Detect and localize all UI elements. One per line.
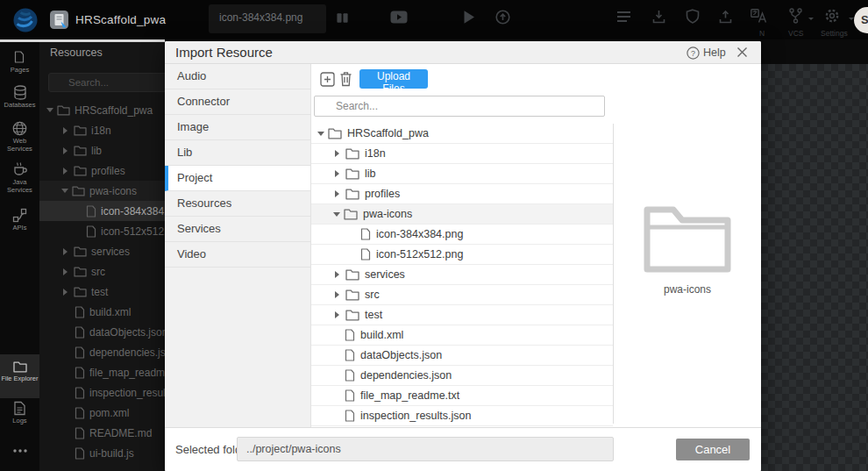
vcs-chevron-down-icon[interactable] [808, 18, 814, 23]
logs-icon [13, 401, 26, 416]
tree-item-label: HRScaffold_pwa [347, 127, 429, 139]
sidebar-item-web-services[interactable]: Web Services [0, 121, 39, 153]
caret-down-icon [317, 132, 324, 139]
folder-icon [345, 168, 359, 180]
caret-right-icon [335, 311, 343, 318]
tree-item-label: profiles [365, 188, 400, 200]
selection-preview: pwa-icons [614, 124, 761, 424]
publish-upload-icon[interactable] [495, 10, 510, 25]
nav-item-resources[interactable]: Resources [165, 191, 310, 217]
sidebar-item-label: Java Services [0, 179, 39, 194]
media-preview-icon[interactable] [390, 11, 408, 24]
sidebar-item-more[interactable] [0, 448, 39, 455]
tree-item[interactable]: profiles [311, 184, 613, 204]
nav-item-video[interactable]: Video [165, 242, 310, 268]
tree-item-label: src [365, 289, 380, 301]
sidebar-item-logs[interactable]: Logs [0, 401, 39, 425]
add-folder-icon[interactable] [320, 72, 335, 87]
folder-icon [345, 147, 359, 160]
delete-trash-icon[interactable] [339, 71, 352, 87]
file-icon [75, 346, 85, 359]
panel-layout-icon[interactable] [336, 11, 349, 25]
dialog-nav: Audio Connector Image Lib Project Resour… [165, 64, 311, 427]
tree-item[interactable]: build.xml [311, 325, 613, 346]
vcs-label[interactable]: VCS [788, 29, 803, 38]
tree-item[interactable]: services [311, 265, 613, 285]
import-icon[interactable] [652, 10, 665, 24]
tree-item-label: dataObjects.json [89, 326, 167, 339]
nav-item-image[interactable]: Image [165, 115, 310, 140]
upload-files-button[interactable]: Upload Files [359, 69, 428, 89]
tree-item[interactable]: i18n [311, 144, 613, 164]
tree-item-label: lib [91, 145, 102, 157]
pages-icon [13, 50, 26, 65]
settings-label[interactable]: Settings [821, 29, 848, 38]
translate-icon[interactable] [751, 9, 767, 24]
cancel-button[interactable]: Cancel [676, 439, 750, 460]
shield-icon[interactable] [686, 9, 700, 24]
editor-tab-label: icon-384x384.png [219, 11, 302, 24]
file-icon [345, 349, 355, 361]
caret-down-icon [333, 212, 340, 220]
caret-right-icon [335, 170, 343, 177]
tree-item[interactable]: HRScaffold_pwa [311, 124, 613, 144]
tree-item[interactable]: dataObjects.json [311, 346, 613, 366]
nav-item-project[interactable]: Project [165, 166, 310, 191]
tree-item-selected[interactable]: pwa-icons [311, 204, 613, 225]
tree-item[interactable]: lib [311, 164, 613, 184]
nav-item-services[interactable]: Services [165, 217, 310, 242]
caret-right-icon [335, 150, 343, 157]
tree-item-label: test [365, 309, 382, 321]
vcs-branch-icon[interactable] [788, 8, 803, 24]
tree-item[interactable]: inspection_results.json [311, 406, 613, 426]
help-label[interactable]: Help [703, 46, 726, 59]
tree-item[interactable]: icon-512x512.png [311, 245, 613, 265]
dialog-header: Import Resource ? Help [165, 41, 761, 64]
tree-item[interactable]: src [311, 285, 613, 305]
tree-item[interactable]: file_map_readme.txt [311, 386, 613, 406]
avatar[interactable]: S [854, 7, 868, 33]
tree-item-label: pwa-icons [363, 208, 412, 220]
file-icon [360, 228, 371, 240]
app-icon [49, 10, 69, 30]
globe-icon [12, 121, 27, 136]
folder-icon [345, 289, 359, 301]
tree-item[interactable]: dependencies.json [311, 366, 613, 386]
help-icon[interactable]: ? [687, 46, 700, 60]
tree-item-label: icon-384x384.png [376, 228, 463, 240]
left-rail: Pages Databases Web Services Java Servic… [0, 39, 39, 471]
file-icon [75, 326, 85, 339]
sidebar-item-java-services[interactable]: Java Services [0, 161, 39, 194]
tree-item-label: inspection_results.json [360, 410, 471, 422]
tree-item[interactable]: icon-384x384.png [311, 225, 613, 245]
nav-item-audio[interactable]: Audio [165, 64, 310, 89]
nav-item-lib[interactable]: Lib [165, 140, 310, 166]
tree-item[interactable]: test [311, 305, 613, 325]
sidebar-item-apis[interactable]: APIs [0, 208, 39, 232]
tree-item-label: i18n [91, 125, 111, 137]
sidebar-item-databases[interactable]: Databases [0, 85, 39, 110]
sidebar-item-file-explorer[interactable]: File Explorer [0, 354, 39, 398]
sidebar-item-pages[interactable]: Pages [0, 50, 39, 75]
tree-item-label: lib [365, 168, 376, 180]
settings-gear-icon[interactable] [824, 8, 840, 24]
file-icon [345, 369, 355, 382]
menu-list-icon[interactable] [616, 11, 631, 23]
tree-item-label: dependencies.json [360, 369, 452, 382]
nav-item-connector[interactable]: Connector [165, 89, 310, 115]
resources-panel: Resources HRScaffold_pwa i18n lib profil… [39, 39, 165, 471]
editor-tab[interactable]: icon-384x384.png [209, 4, 326, 33]
export-icon[interactable] [719, 10, 732, 24]
dialog-title: Import Resource [175, 45, 273, 60]
run-play-icon[interactable] [463, 10, 475, 25]
close-icon[interactable] [736, 46, 748, 58]
ellipsis-icon [12, 448, 28, 453]
panel-top-divider [0, 39, 165, 42]
dialog-search-input[interactable] [314, 96, 605, 117]
file-icon [75, 367, 85, 379]
folder-icon [345, 268, 359, 281]
selected-folder-input[interactable] [237, 437, 614, 461]
file-icon [345, 410, 355, 422]
tree-item-label: src [91, 266, 105, 278]
product-logo-icon[interactable] [11, 5, 39, 33]
